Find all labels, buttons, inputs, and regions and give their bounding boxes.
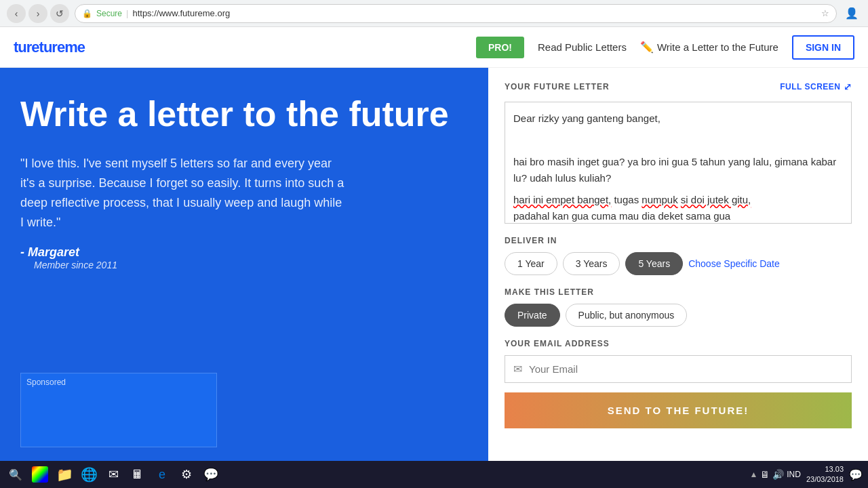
private-option-button[interactable]: Private (505, 304, 560, 327)
email-input[interactable] (529, 363, 843, 375)
misspelled-word-2: numpuk (642, 194, 677, 205)
network-icon: 🖥 (760, 469, 770, 480)
forward-button[interactable]: › (28, 4, 47, 23)
pro-button[interactable]: PRO! (476, 37, 524, 58)
taskbar-files-button[interactable]: 📁 (54, 464, 75, 485)
taskbar-date-display: 23/03/2018 (806, 474, 844, 485)
letter-line-3: hai bro masih inget gua? ya bro ini gua … (513, 154, 843, 186)
taskbar-line-button[interactable]: 💬 (201, 464, 221, 485)
read-letters-link[interactable]: Read Public Letters (538, 41, 627, 53)
browser-chrome: ‹ › ↺ 🔒 Secure | https://www.futureme.or… (0, 0, 868, 27)
letter-textarea[interactable]: Dear rizky yang ganteng banget, hai bro … (505, 102, 852, 224)
system-tray: ▲ 🖥 🔊 IND (749, 469, 801, 480)
letter-line-2 (513, 132, 843, 148)
taskbar: 🔍 📁 🌐 ✉ 🖩 e ⚙ 💬 ▲ 🖥 🔊 IND 13.03 23/03/20… (0, 461, 868, 488)
browser-action-buttons: 👤 (842, 4, 861, 23)
specific-date-link[interactable]: Choose Specific Date (688, 258, 780, 269)
email-label: YOUR EMAIL ADDRESS (505, 339, 852, 348)
taskbar-calc-button[interactable]: 🖩 (127, 464, 148, 485)
main-content: Write a letter to the future "I love thi… (0, 68, 868, 461)
send-button[interactable]: SEND TO THE FUTURE! (505, 392, 852, 428)
write-letter-label: Write a Letter to the Future (657, 41, 778, 53)
sponsored-label: Sponsored (21, 373, 216, 391)
deliver-1year-button[interactable]: 1 Year (505, 252, 557, 275)
misspelled-word-1: hari ini empet banget, (513, 194, 611, 205)
sponsored-box: Sponsored (20, 373, 217, 447)
secure-label: Secure (96, 9, 122, 18)
letter-line-4: hari ini empet banget, tugas numpuk si d… (513, 192, 843, 224)
taskbar-mail-button[interactable]: ✉ (103, 464, 123, 485)
taskbar-right: ▲ 🖥 🔊 IND 13.03 23/03/2018 💬 (749, 464, 863, 485)
taskbar-settings-button[interactable]: ⚙ (176, 464, 197, 485)
fullscreen-icon: ⤢ (844, 81, 852, 92)
user-icon[interactable]: 👤 (842, 4, 861, 23)
write-letter-link[interactable]: ✏️ Write a Letter to the Future (640, 41, 778, 54)
make-letter-label: MAKE THIS LETTER (505, 287, 852, 297)
letter-line-1: Dear rizky yang ganteng banget, (513, 110, 843, 127)
tray-icon-1: ▲ (749, 470, 757, 479)
testimonial-text: "I love this. I've sent myself 5 letters… (20, 154, 346, 232)
author-since: Member since 2011 (20, 260, 468, 270)
left-panel: Write a letter to the future "I love thi… (0, 68, 488, 461)
navbar: turetureme PRO! Read Public Letters ✏️ W… (0, 27, 868, 68)
taskbar-clock: 13.03 23/03/2018 (806, 464, 844, 485)
email-icon: ✉ (513, 363, 522, 375)
address-bar[interactable]: 🔒 Secure | https://www.futureme.org ☆ (75, 4, 837, 23)
nav-right: PRO! Read Public Letters ✏️ Write a Lett… (476, 35, 854, 60)
audio-icon: 🔊 (772, 469, 784, 480)
author-name: - Margaret (20, 245, 468, 260)
taskbar-chrome-button[interactable]: 🌐 (79, 464, 99, 485)
deliver-3years-button[interactable]: 3 Years (563, 252, 620, 275)
url-text: https://www.futureme.org (132, 8, 230, 18)
logo: turetureme (14, 39, 85, 56)
main-heading: Write a letter to the future (20, 95, 468, 134)
right-panel: YOUR FUTURE LETTER FULL SCREEN ⤢ Dear ri… (488, 68, 868, 461)
logo-text: tureme (39, 39, 85, 56)
taskbar-time-display: 13.03 (806, 464, 844, 474)
taskbar-edge-button[interactable]: e (152, 464, 172, 485)
panel-title: YOUR FUTURE LETTER (505, 82, 610, 92)
panel-header: YOUR FUTURE LETTER FULL SCREEN ⤢ (505, 81, 852, 92)
fullscreen-button[interactable]: FULL SCREEN ⤢ (780, 81, 852, 92)
sign-in-button[interactable]: SIGN IN (792, 35, 854, 60)
deliver-in-label: DELIVER IN (505, 236, 852, 245)
nav-buttons: ‹ › ↺ (7, 4, 69, 23)
notification-icon[interactable]: 💬 (849, 468, 863, 481)
taskbar-store-button[interactable] (30, 464, 50, 485)
website: turetureme PRO! Read Public Letters ✏️ W… (0, 27, 868, 461)
deliver-5years-button[interactable]: 5 Years (625, 252, 683, 275)
pencil-icon: ✏️ (640, 41, 654, 54)
email-input-wrapper: ✉ (505, 355, 852, 383)
lang-label: IND (787, 470, 801, 479)
fullscreen-label: FULL SCREEN (780, 82, 840, 92)
misspelled-word-3: si doi jutek gitu, (681, 194, 751, 205)
bookmark-icon[interactable]: ☆ (821, 8, 829, 18)
taskbar-search-button[interactable]: 🔍 (5, 464, 26, 485)
lock-icon: 🔒 (82, 9, 92, 18)
refresh-button[interactable]: ↺ (50, 4, 69, 23)
public-anonymous-option-button[interactable]: Public, but anonymous (566, 304, 688, 327)
privacy-options: Private Public, but anonymous (505, 304, 852, 327)
read-letters-label: Read Public Letters (538, 41, 627, 53)
windows-store-icon (32, 466, 48, 483)
deliver-options: 1 Year 3 Years 5 Years Choose Specific D… (505, 252, 852, 275)
back-button[interactable]: ‹ (7, 4, 26, 23)
